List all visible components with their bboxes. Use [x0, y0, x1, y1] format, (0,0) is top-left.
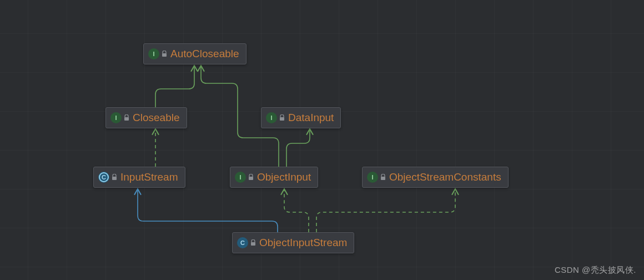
interface-icon: [367, 172, 378, 183]
node-label: ObjectInput: [257, 171, 311, 184]
svg-rect-4: [249, 177, 253, 180]
svg-rect-6: [251, 242, 255, 246]
node-label: Closeable: [133, 111, 180, 124]
node-label: InputStream: [120, 171, 178, 184]
lock-icon: [279, 114, 285, 121]
svg-rect-0: [162, 53, 167, 57]
node-closeable[interactable]: Closeable: [105, 107, 187, 128]
svg-rect-5: [381, 177, 385, 180]
lock-icon: [250, 239, 256, 246]
interface-icon: [266, 112, 277, 123]
svg-rect-2: [280, 117, 284, 121]
lock-icon: [112, 174, 117, 181]
abstract-class-icon: [98, 172, 109, 183]
node-inputstream[interactable]: InputStream: [93, 167, 185, 188]
node-label: DataInput: [288, 111, 334, 124]
svg-rect-1: [124, 117, 129, 121]
node-autocloseable[interactable]: AutoCloseable: [143, 43, 246, 64]
class-icon: [237, 237, 248, 248]
node-objectstreamconstants[interactable]: ObjectStreamConstants: [362, 167, 509, 188]
node-objectinputstream[interactable]: ObjectInputStream: [232, 232, 354, 253]
interface-icon: [148, 48, 159, 59]
node-label: ObjectStreamConstants: [389, 171, 501, 184]
lock-icon: [162, 51, 167, 57]
interface-icon: [110, 112, 122, 123]
node-label: AutoCloseable: [170, 47, 239, 61]
svg-rect-3: [112, 177, 117, 180]
lock-icon: [248, 174, 254, 181]
watermark: CSDN @秃头披风侠.: [555, 265, 636, 276]
node-label: ObjectInputStream: [259, 236, 347, 249]
lock-icon: [124, 114, 129, 121]
node-objectinput[interactable]: ObjectInput: [230, 167, 318, 188]
lock-icon: [380, 174, 386, 181]
node-datainput[interactable]: DataInput: [261, 107, 341, 128]
interface-icon: [235, 172, 246, 183]
